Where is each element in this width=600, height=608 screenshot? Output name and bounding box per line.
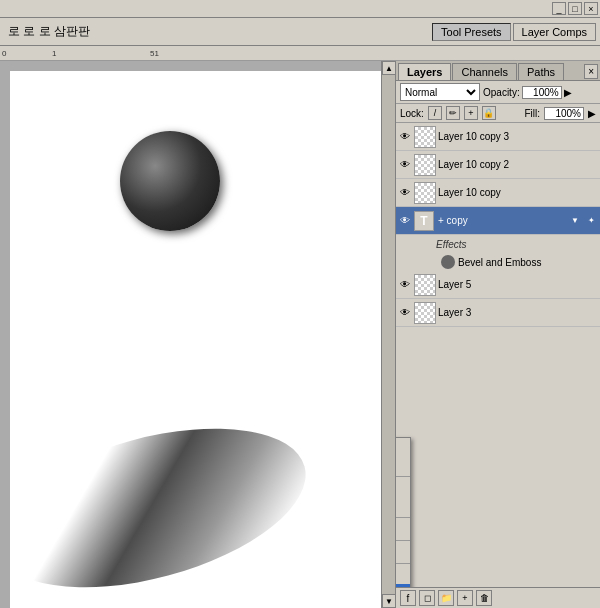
lock-all-icon[interactable]: 🔒 xyxy=(482,106,496,120)
ctx-enable-mask: Enable Layer Mask xyxy=(396,520,410,538)
panel-tabs: Layers Channels Paths × xyxy=(396,61,600,81)
layer-row[interactable]: 👁 Layer 10 copy 2 xyxy=(396,151,600,179)
maximize-btn[interactable]: □ xyxy=(568,2,582,15)
opacity-row: Opacity: ▶ xyxy=(483,86,572,99)
layer-row[interactable]: 👁 Layer 3 xyxy=(396,299,600,327)
ctx-blending-options[interactable]: Blending Options... xyxy=(396,456,410,474)
ctx-copy-style[interactable]: Copy Layer Style xyxy=(396,566,410,584)
add-mask-btn[interactable]: ◻ xyxy=(419,590,435,606)
lock-position-icon[interactable]: + xyxy=(464,106,478,120)
layer-settings-icon: ✦ xyxy=(584,214,598,228)
scroll-track xyxy=(382,75,395,594)
layer-row-active[interactable]: 👁 T + copy ▼ ✦ Layer Properties... Blend… xyxy=(396,207,600,235)
ctx-delete-layer[interactable]: Delete Layer xyxy=(396,497,410,515)
layer-name: Layer 10 copy 3 xyxy=(438,131,598,142)
new-layer-btn[interactable]: + xyxy=(457,590,473,606)
lock-transparent-icon[interactable]: / xyxy=(428,106,442,120)
toolbar-right: Tool Presets Layer Comps xyxy=(432,23,596,41)
ctx-separator-2 xyxy=(396,517,410,518)
scroll-down-arrow[interactable]: ▼ xyxy=(382,594,396,608)
layer-eye-icon[interactable]: 👁 xyxy=(398,214,412,228)
effects-label: Effects xyxy=(436,239,467,250)
layers-panel: Layers Channels Paths × Normal Opacity: … xyxy=(395,61,600,608)
fill-label: Fill: xyxy=(524,108,540,119)
layer-type-icon: T xyxy=(414,211,434,231)
ctx-rasterize: Rasterize Layer xyxy=(396,543,410,561)
layer-eye-icon[interactable]: 👁 xyxy=(398,278,412,292)
layer-fx-icons: ▼ ✦ xyxy=(568,214,598,228)
add-style-btn[interactable]: f xyxy=(400,590,416,606)
tab-paths[interactable]: Paths xyxy=(518,63,564,80)
main-area: ▲ ▼ Layers Channels Paths × Normal Opaci… xyxy=(0,61,600,608)
lock-paint-icon[interactable]: ✏ xyxy=(446,106,460,120)
toolbar-text: 로 로 로 삼판판 xyxy=(4,23,94,40)
tab-layers[interactable]: Layers xyxy=(398,63,451,80)
bevel-label: Bevel and Emboss xyxy=(458,257,541,268)
layer-comps-btn[interactable]: Layer Comps xyxy=(513,23,596,41)
close-btn[interactable]: × xyxy=(584,2,598,15)
canvas-white xyxy=(10,71,381,608)
layer-name: Layer 5 xyxy=(438,279,598,290)
layer-name: + copy xyxy=(438,215,566,226)
ctx-separator-3 xyxy=(396,540,410,541)
blend-mode-select[interactable]: Normal xyxy=(400,83,480,101)
opacity-input[interactable] xyxy=(522,86,562,99)
layer-name: Layer 10 copy 2 xyxy=(438,159,598,170)
ctx-layer-properties[interactable]: Layer Properties... xyxy=(396,438,410,456)
layer-thumbnail xyxy=(414,302,436,324)
layers-list: 👁 Layer 10 copy 3 👁 Layer 10 copy 2 👁 La… xyxy=(396,123,600,587)
layer-row[interactable]: 👁 Layer 10 copy xyxy=(396,179,600,207)
layer-eye-icon[interactable]: 👁 xyxy=(398,186,412,200)
layer-eye-icon[interactable]: 👁 xyxy=(398,306,412,320)
scroll-up-arrow[interactable]: ▲ xyxy=(382,61,396,75)
canvas-brush xyxy=(0,399,323,608)
horizontal-ruler: 0 1 51 xyxy=(0,46,600,61)
layer-arrow-icon: ▼ xyxy=(568,214,582,228)
layer-thumbnail xyxy=(414,154,436,176)
lock-row: Lock: / ✏ + 🔒 Fill: ▶ xyxy=(396,104,600,123)
tab-channels[interactable]: Channels xyxy=(452,63,516,80)
context-menu: Layer Properties... Blending Options... … xyxy=(396,437,411,587)
layer-eye-icon[interactable]: 👁 xyxy=(398,158,412,172)
layer-name: Layer 3 xyxy=(438,307,598,318)
bevel-row: Bevel and Emboss xyxy=(396,253,600,271)
ctx-duplicate-layer[interactable]: Duplicate Layer... xyxy=(396,479,410,497)
titlebar: _ □ × xyxy=(0,0,600,18)
opacity-arrow[interactable]: ▶ xyxy=(564,87,572,98)
layer-thumbnail xyxy=(414,182,436,204)
minimize-btn[interactable]: _ xyxy=(552,2,566,15)
effects-row: Effects xyxy=(396,235,600,253)
ctx-separator-1 xyxy=(396,476,410,477)
layer-eye-icon[interactable]: 👁 xyxy=(398,130,412,144)
tool-presets-btn[interactable]: Tool Presets xyxy=(432,23,511,41)
canvas-scrollbar[interactable]: ▲ ▼ xyxy=(381,61,395,608)
ctx-separator-4 xyxy=(396,563,410,564)
canvas-area xyxy=(0,61,381,608)
layer-thumbnail xyxy=(414,126,436,148)
fill-arrow[interactable]: ▶ xyxy=(588,108,596,119)
canvas-circle xyxy=(120,131,220,231)
ctx-paste-style[interactable]: Paste Layer Style xyxy=(396,584,410,587)
layer-name: Layer 10 copy xyxy=(438,187,598,198)
panel-bottom-bar: f ◻ 📁 + 🗑 xyxy=(396,587,600,608)
bevel-icon xyxy=(441,255,455,269)
blend-row: Normal Opacity: ▶ xyxy=(396,81,600,104)
layer-thumbnail xyxy=(414,274,436,296)
layer-row[interactable]: 👁 Layer 5 xyxy=(396,271,600,299)
delete-layer-btn[interactable]: 🗑 xyxy=(476,590,492,606)
toolbar: 로 로 로 삼판판 Tool Presets Layer Comps xyxy=(0,18,600,46)
lock-label: Lock: xyxy=(400,108,424,119)
layer-row[interactable]: 👁 Layer 10 copy 3 xyxy=(396,123,600,151)
opacity-label: Opacity: xyxy=(483,87,520,98)
fill-input[interactable] xyxy=(544,107,584,120)
panel-close-btn[interactable]: × xyxy=(584,64,598,79)
new-group-btn[interactable]: 📁 xyxy=(438,590,454,606)
